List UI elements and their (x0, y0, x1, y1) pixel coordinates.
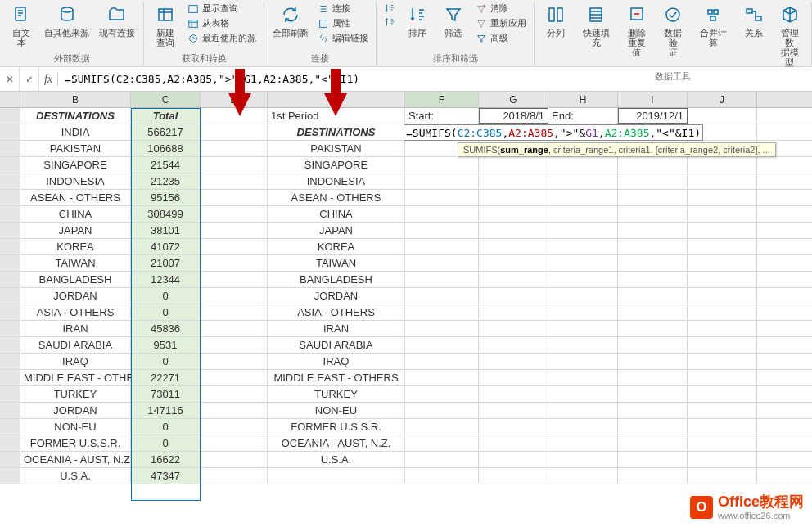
row-header[interactable] (0, 272, 20, 287)
row-header[interactable] (0, 108, 20, 124)
col-header[interactable]: C (131, 92, 201, 107)
cell[interactable] (688, 435, 757, 451)
cell[interactable] (688, 452, 757, 467)
cell[interactable]: U.S.A. (268, 452, 405, 467)
cell[interactable] (405, 370, 479, 385)
cell[interactable] (479, 173, 548, 189)
row-header[interactable] (0, 124, 20, 140)
row-header[interactable] (0, 157, 20, 173)
cell[interactable] (688, 272, 757, 287)
cell[interactable] (618, 419, 688, 435)
cell[interactable]: ASIA - OTHERS (268, 304, 405, 320)
cell[interactable] (479, 239, 548, 254)
cell[interactable] (688, 386, 757, 402)
cell[interactable]: 2018/8/1 (479, 108, 548, 124)
cell[interactable] (548, 288, 618, 304)
cell[interactable]: PAKISTAN (20, 141, 131, 156)
cell[interactable] (479, 370, 548, 385)
cell[interactable]: 308499 (131, 206, 201, 222)
recent-sources-button[interactable]: 最近使用的源 (185, 31, 259, 45)
cell[interactable] (405, 223, 479, 238)
cell[interactable]: TAIWAN (268, 255, 405, 271)
cell[interactable] (688, 419, 757, 435)
cell[interactable] (618, 468, 688, 484)
cell[interactable] (688, 255, 757, 271)
cell[interactable] (201, 370, 268, 385)
cell[interactable]: DESTINATIONS (268, 124, 405, 140)
cell[interactable] (479, 255, 548, 271)
cell[interactable] (405, 386, 479, 402)
cell[interactable] (201, 321, 268, 336)
cell[interactable] (405, 190, 479, 205)
cell[interactable] (405, 452, 479, 467)
cell[interactable]: 0 (131, 304, 201, 320)
cell[interactable] (548, 452, 618, 467)
cell[interactable]: 566217 (131, 124, 201, 140)
cell[interactable] (548, 157, 618, 173)
from-text-button[interactable]: 自文 本 (5, 2, 38, 49)
cell[interactable] (405, 255, 479, 271)
cell[interactable] (201, 403, 268, 418)
row-header[interactable] (0, 337, 20, 353)
cell[interactable] (405, 403, 479, 418)
cell[interactable]: TURKEY (268, 386, 405, 402)
existing-conn-button[interactable]: 现有连接 (96, 2, 138, 39)
row-header[interactable] (0, 403, 20, 418)
cell[interactable] (688, 223, 757, 238)
cell[interactable] (618, 190, 688, 205)
cell[interactable] (618, 386, 688, 402)
cell[interactable]: SINGAPORE (20, 157, 131, 173)
filter-button[interactable]: 筛选 (437, 2, 470, 39)
cell[interactable] (201, 141, 268, 156)
remove-dupes-button[interactable]: 删除 重复值 (620, 2, 653, 59)
cell[interactable] (479, 386, 548, 402)
cell[interactable] (548, 173, 618, 189)
clear-button[interactable]: 清除 (473, 2, 529, 16)
cell[interactable] (201, 386, 268, 402)
col-header[interactable]: J (688, 92, 757, 107)
cell[interactable]: JAPAN (20, 223, 131, 238)
cell[interactable] (548, 223, 618, 238)
cell[interactable]: INDONESIA (20, 173, 131, 189)
cell[interactable]: SINGAPORE (268, 157, 405, 173)
cell[interactable] (618, 304, 688, 320)
cell[interactable] (405, 304, 479, 320)
cell[interactable]: 106688 (131, 141, 201, 156)
cell[interactable] (548, 190, 618, 205)
cell[interactable] (548, 206, 618, 222)
row-header[interactable] (0, 452, 20, 467)
cell[interactable]: OCEANIA - AUST, N.Z. (268, 435, 405, 451)
row-header[interactable] (0, 354, 20, 369)
cell[interactable] (688, 370, 757, 385)
cell[interactable]: 12344 (131, 272, 201, 287)
cell[interactable] (548, 419, 618, 435)
cell[interactable] (479, 190, 548, 205)
cell[interactable] (201, 419, 268, 435)
cell[interactable] (688, 304, 757, 320)
edit-links-button[interactable]: 编辑链接 (315, 31, 371, 45)
cell[interactable]: 73011 (131, 386, 201, 402)
cell[interactable] (688, 321, 757, 336)
cell[interactable] (548, 435, 618, 451)
cell[interactable]: DESTINATIONS (20, 108, 131, 124)
cell[interactable] (405, 321, 479, 336)
row-header[interactable] (0, 370, 20, 385)
cell[interactable] (479, 321, 548, 336)
cell[interactable] (405, 468, 479, 484)
sort-az-button[interactable] (381, 2, 398, 15)
text-to-cols-button[interactable]: 分列 (539, 2, 572, 39)
cell[interactable] (405, 337, 479, 353)
cell[interactable] (479, 206, 548, 222)
connections-button[interactable]: 连接 (315, 2, 371, 16)
cell[interactable]: BANGLADESH (268, 272, 405, 287)
cell[interactable]: 21235 (131, 173, 201, 189)
row-header[interactable] (0, 141, 20, 156)
cell[interactable] (479, 337, 548, 353)
cell[interactable] (618, 272, 688, 287)
properties-button[interactable]: 属性 (315, 16, 371, 30)
cell[interactable]: IRAQ (268, 354, 405, 369)
cell[interactable] (688, 354, 757, 369)
cell[interactable] (688, 288, 757, 304)
cell[interactable] (201, 354, 268, 369)
enter-button[interactable]: ✓ (20, 67, 39, 91)
